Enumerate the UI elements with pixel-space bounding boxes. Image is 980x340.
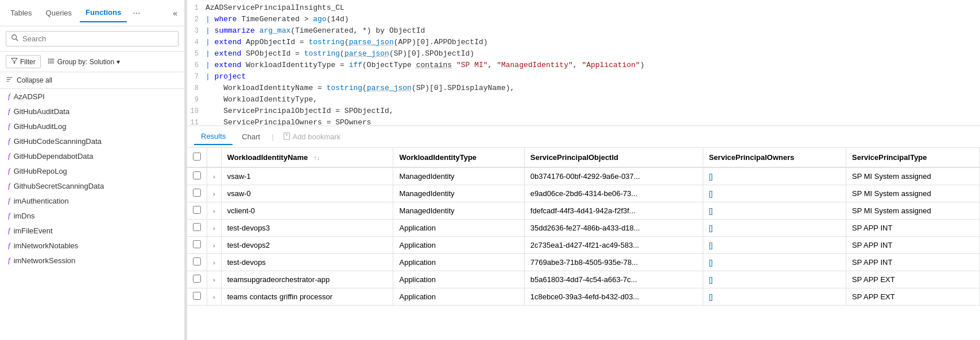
cell-service-principal-type: SP APP INT — [846, 220, 979, 237]
row-select-cell[interactable] — [187, 271, 207, 288]
row-select-cell[interactable] — [187, 220, 207, 237]
expand-icon[interactable]: › — [213, 173, 215, 180]
col-header-service-principal-owners[interactable]: ServicePrincipalOwners — [703, 148, 846, 167]
line-number: 9 — [187, 94, 206, 105]
expand-icon[interactable]: › — [213, 242, 215, 249]
search-input[interactable] — [22, 34, 173, 43]
line-content: WorkloadIdentityType, — [206, 94, 317, 105]
sidebar-function-item[interactable]: fGithubSecretScanningData — [0, 178, 184, 193]
row-expand-cell[interactable]: › — [207, 288, 222, 306]
sidebar-function-item[interactable]: fimFileEvent — [0, 223, 184, 238]
search-box[interactable] — [6, 31, 179, 46]
row-select-cell[interactable] — [187, 167, 207, 185]
cell-service-principal-owners: [] — [703, 254, 846, 271]
cell-workload-identity-name: test-devops — [221, 254, 393, 271]
select-all-header[interactable] — [187, 148, 207, 167]
function-icon: f — [8, 151, 10, 161]
sidebar-function-item[interactable]: fGitHubAuditLog — [0, 119, 184, 134]
row-checkbox[interactable] — [193, 171, 201, 179]
group-by-selector[interactable]: Group by: Solution ▾ — [48, 57, 120, 67]
line-content: | where TimeGenerated > ago(14d) — [206, 14, 349, 25]
expand-icon[interactable]: › — [213, 208, 215, 214]
expand-icon[interactable]: › — [213, 225, 215, 232]
add-bookmark-button[interactable]: Add bookmark — [278, 130, 346, 144]
col-header-workload-identity-name[interactable]: WorkloadIdentityName ↑↓ — [221, 148, 393, 167]
row-checkbox[interactable] — [193, 223, 201, 231]
sidebar-function-item[interactable]: fGitHubCodeScanningData — [0, 134, 184, 148]
code-line: 4| extend AppObjectId = tostring(parse_j… — [187, 37, 980, 48]
cell-service-principal-type: SP APP EXT — [846, 288, 979, 306]
sidebar-function-item[interactable]: fimAuthentication — [0, 193, 184, 208]
tab-results[interactable]: Results — [194, 128, 233, 145]
row-checkbox[interactable] — [193, 240, 201, 248]
col-header-service-principal-object-id[interactable]: ServicePrincipalObjectId — [524, 148, 703, 167]
collapse-sidebar-button[interactable]: « — [171, 6, 180, 20]
more-tabs-button[interactable]: ··· — [129, 6, 144, 21]
col-header-service-principal-type[interactable]: ServicePrincipalType — [846, 148, 979, 167]
cell-service-principal-object-id: 35dd2636-fe27-486b-a433-d18... — [524, 220, 703, 237]
code-editor[interactable]: 1AzADServicePrincipalInsights_CL2| where… — [187, 0, 980, 126]
row-checkbox[interactable] — [193, 275, 201, 283]
expand-icon[interactable]: › — [213, 276, 215, 283]
row-expand-cell[interactable]: › — [207, 220, 222, 237]
tab-queries[interactable]: Queries — [40, 4, 78, 22]
function-name: imNetworkSession — [14, 256, 76, 265]
cell-service-principal-object-id: e9ad06ce-2bd6-4314-be06-73... — [524, 185, 703, 202]
row-expand-cell[interactable]: › — [207, 237, 222, 254]
row-select-cell[interactable] — [187, 288, 207, 306]
cell-service-principal-object-id: 7769abe3-71b8-4505-935e-78... — [524, 254, 703, 271]
row-select-cell[interactable] — [187, 254, 207, 271]
right-panel: 1AzADServicePrincipalInsights_CL2| where… — [187, 0, 980, 340]
col-header-workload-identity-type[interactable]: WorkloadIdentityType — [393, 148, 524, 167]
bracket-icon: [] — [709, 173, 713, 181]
data-table-wrap[interactable]: WorkloadIdentityName ↑↓ WorkloadIdentity… — [187, 148, 980, 340]
row-expand-cell[interactable]: › — [207, 254, 222, 271]
code-line: 6| extend WorkloadIdentityType = iff(Obj… — [187, 60, 980, 71]
group-by-label: Group by: Solution — [57, 58, 114, 66]
row-select-cell[interactable] — [187, 237, 207, 254]
row-select-cell[interactable] — [187, 202, 207, 220]
expand-icon[interactable]: › — [213, 294, 215, 300]
table-row: › test-devops3 Application 35dd2636-fe27… — [187, 220, 980, 237]
row-checkbox[interactable] — [193, 257, 201, 265]
row-expand-cell[interactable]: › — [207, 185, 222, 202]
row-expand-cell[interactable]: › — [207, 271, 222, 288]
svg-rect-8 — [48, 62, 49, 63]
sidebar-function-item[interactable]: fGitHubDependabotData — [0, 148, 184, 163]
cell-workload-identity-type: ManagedIdentity — [393, 167, 524, 185]
sidebar-function-item[interactable]: fAzADSPI — [0, 89, 184, 104]
sidebar-function-item[interactable]: fimNetworkNotables — [0, 238, 184, 253]
bracket-icon: [] — [709, 259, 713, 267]
filter-button[interactable]: Filter — [6, 55, 41, 68]
function-icon: f — [8, 256, 10, 265]
tab-chart[interactable]: Chart — [235, 129, 267, 144]
collapse-all-button[interactable]: Collapse all — [0, 72, 184, 89]
cell-workload-identity-type: Application — [393, 220, 524, 237]
svg-rect-7 — [48, 60, 49, 61]
code-lines: 1AzADServicePrincipalInsights_CL2| where… — [187, 0, 980, 126]
sidebar-toolbar: Filter Group by: Solution ▾ — [0, 52, 184, 72]
cell-service-principal-type: SP APP EXT — [846, 271, 979, 288]
row-expand-cell[interactable]: › — [207, 202, 222, 220]
sidebar-function-item[interactable]: fimDns — [0, 208, 184, 223]
row-expand-cell[interactable]: › — [207, 167, 222, 185]
code-line: 10 ServicePrincipalObjectId = SPObjectId… — [187, 105, 980, 117]
select-all-checkbox[interactable] — [193, 153, 201, 161]
list-icon — [48, 57, 55, 67]
expand-icon[interactable]: › — [213, 190, 215, 197]
row-checkbox[interactable] — [193, 206, 201, 214]
sidebar-function-item[interactable]: fimNetworkSession — [0, 253, 184, 268]
function-icon: f — [8, 136, 10, 146]
expand-icon[interactable]: › — [213, 259, 215, 266]
row-select-cell[interactable] — [187, 185, 207, 202]
sidebar-function-item[interactable]: fGitHubAuditData — [0, 104, 184, 119]
sidebar-function-item[interactable]: fGitHubRepoLog — [0, 163, 184, 178]
sidebar-tab-bar: Tables Queries Functions ··· « — [0, 0, 184, 26]
svg-point-0 — [12, 35, 17, 40]
row-checkbox[interactable] — [193, 189, 201, 197]
sort-icon[interactable]: ↑↓ — [313, 154, 320, 161]
row-checkbox[interactable] — [193, 292, 201, 300]
tab-tables[interactable]: Tables — [5, 4, 38, 22]
tab-functions[interactable]: Functions — [80, 3, 127, 22]
cell-service-principal-object-id: fdefcadf-44f3-4d41-942a-f2f3f... — [524, 202, 703, 220]
